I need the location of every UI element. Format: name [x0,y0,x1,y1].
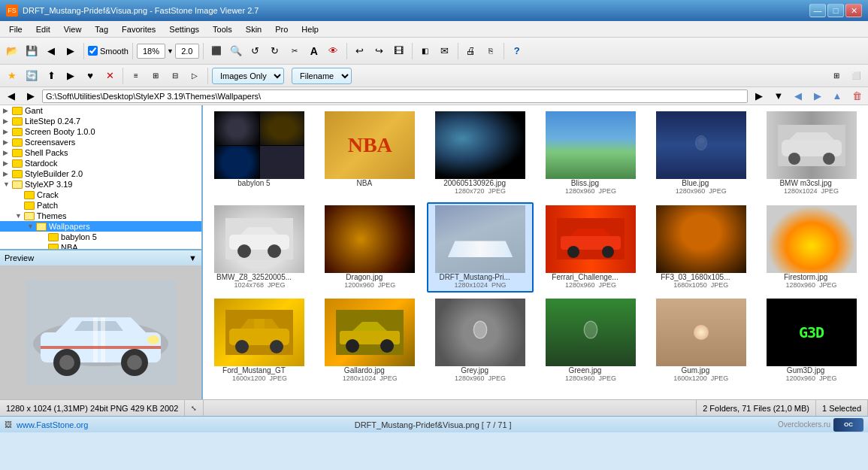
tree-item-shellpacks[interactable]: ▶ Shell Packs [0,147,201,158]
thumb-ferrari[interactable]: Ferrari_Challenge... 1280x960 JPEG [537,202,644,293]
thumb-bmwm3[interactable]: BMW m3csl.jpg 1280x1024 JPEG [758,108,865,199]
thumb-firestorm[interactable]: Firestorm.jpg 1280x960 JPEG [758,202,865,293]
menu-help[interactable]: Help [295,23,325,35]
next-folder-button[interactable]: ▶ [62,42,80,60]
thumb-grey[interactable]: Grey.jpg 1280x960 JPEG [427,296,534,387]
svg-point-41 [473,322,487,339]
tree-item-crack[interactable]: Crack [0,190,201,200]
save-button[interactable]: 💾 [23,42,41,60]
back-button[interactable]: ◀ [3,88,20,105]
svg-point-23 [237,244,251,258]
redeye-button[interactable]: 👁 [325,42,343,60]
compare-button[interactable]: ◧ [416,42,434,60]
film-button[interactable]: 🎞 [390,42,408,60]
thumb-ff3[interactable]: FF3_03_1680x105... 1680x1050 JPEG [647,202,755,293]
tree-item-screenbooty[interactable]: ▶ Screen Booty 1.0.0 [0,126,201,137]
sort-dropdown[interactable]: Filename Date Size [292,68,352,84]
menu-tag[interactable]: Tag [89,23,114,35]
up-dir-button[interactable]: ⬆ [42,67,60,85]
help-button[interactable]: ? [508,42,526,60]
thumb-babylon5[interactable]: babylon 5 [206,108,313,199]
rotate-right-button[interactable]: ↻ [266,42,284,60]
text-button[interactable]: A [305,42,323,60]
menu-view[interactable]: View [58,23,88,35]
delete-button[interactable]: ✕ [101,67,119,85]
forward-nav-button[interactable]: ▶ [809,88,826,105]
expand-icon: ▶ [3,128,12,135]
tree-item-stylexp[interactable]: ▼ StyleXP 3.19 [0,179,201,190]
website-link[interactable]: www.FastStone.org [17,420,88,429]
tree-item-gant[interactable]: ▶ Gant [0,105,201,116]
thumb-gallardo[interactable]: Gallardo.jpg 1280x1024 JPEG [316,296,424,387]
back-nav-button[interactable]: ◀ [790,88,806,105]
delete-nav-button[interactable]: 🗑 [848,88,865,105]
slideshow-button[interactable]: ▷ [186,67,204,85]
zoom-dropdown-icon[interactable]: ▼ [167,47,174,55]
thumb-blue[interactable]: Blue.jpg 1280x960 JPEG [647,108,755,199]
status-resize-icon: ⤡ [185,400,204,416]
thumb-abstract[interactable]: 200605130926.jpg 1280x720 JPEG [427,108,534,199]
thumb-gum[interactable]: Gum.jpg 1600x1200 JPEG [647,296,755,387]
prev-folder-button[interactable]: ◀ [42,42,60,60]
thumb-ford[interactable]: Ford_Mustang_GT 1600x1200 JPEG [206,296,313,387]
tree-item-babylon5[interactable]: babylon 5 [0,232,201,242]
thumb-nba[interactable]: NBA NBA [316,108,424,199]
zoom-step-input[interactable] [175,44,199,59]
fullscreen-toggle-button[interactable]: ⬜ [847,67,865,85]
copy-button[interactable]: ⎘ [482,42,500,60]
tree-item-screensavers[interactable]: ▶ Screensavers [0,137,201,147]
print-button[interactable]: 🖨 [462,42,480,60]
thumb-gum3d[interactable]: G3D Gum3D.jpg 1200x960 JPEG [758,296,865,387]
smooth-checkbox[interactable] [88,46,98,56]
up-nav-button[interactable]: ▲ [829,88,845,105]
detail-view-button[interactable]: ⊟ [166,67,184,85]
crop-button[interactable]: ✂ [286,42,304,60]
undo-button[interactable]: ↩ [351,42,369,60]
menu-file[interactable]: File [3,23,29,35]
add-fav-button[interactable]: ♥ [81,67,99,85]
thumb-green[interactable]: Green.jpg 1280x960 JPEG [537,296,644,387]
tree-item-nba[interactable]: NBA [0,242,201,249]
menu-settings[interactable]: Settings [163,23,205,35]
separator-6 [458,43,458,59]
preview-dropdown-btn[interactable]: ▼ [189,253,197,262]
tree-item-litestep[interactable]: ▶ LiteStep 0.24.7 [0,116,201,126]
thumb-info: 1280x960 JPEG [540,187,641,196]
fit-window-button[interactable]: ⬛ [207,42,225,60]
address-dropdown-button[interactable]: ▼ [770,88,787,105]
refresh-button[interactable]: 🔄 [23,67,41,85]
tree-item-wallpapers[interactable]: ▼ Wallpapers [0,221,201,232]
star-button[interactable]: ★ [3,67,21,85]
menu-skin[interactable]: Skin [240,23,268,35]
thumb-drft[interactable]: DRFT_Mustang-Pri... 1280x1024 PNG [427,202,534,293]
menu-pro[interactable]: Pro [269,23,294,35]
redo-button[interactable]: ↪ [370,42,389,60]
zoom-input[interactable] [137,44,165,59]
tree-item-themes[interactable]: ▼ Themes [0,211,201,221]
rotate-left-button[interactable]: ↺ [246,42,265,60]
svg-point-12 [147,335,159,344]
tree-item-patch[interactable]: Patch [0,200,201,211]
filter-dropdown[interactable]: Images Only All Files [212,68,284,84]
forward-button[interactable]: ▶ [23,88,39,105]
menu-tools[interactable]: Tools [207,23,238,35]
tree-item-stylebuilder[interactable]: ▶ StyleBuilder 2.0 [0,168,201,179]
menu-favorites[interactable]: Favorites [116,23,162,35]
thumb-bmwz8[interactable]: BMW_Z8_32520005... 1024x768 JPEG [206,202,313,293]
actual-size-button[interactable]: 🔍 [227,42,245,60]
thumb-dragon[interactable]: Dragon.jpg 1200x960 JPEG [316,202,424,293]
address-input[interactable] [42,89,748,103]
minimize-button[interactable]: — [809,4,826,17]
email-button[interactable]: ✉ [436,42,454,60]
go-button[interactable]: ▶ [62,67,80,85]
toggle-tree-button[interactable]: ⊞ [827,67,845,85]
menu-edit[interactable]: Edit [30,23,56,35]
go-to-button[interactable]: ▶ [751,88,767,105]
close-button[interactable]: ✕ [845,4,862,17]
maximize-button[interactable]: □ [827,4,844,17]
tree-item-stardock[interactable]: ▶ Stardock [0,158,201,168]
thumb-bliss[interactable]: Bliss.jpg 1280x960 JPEG [537,108,644,199]
open-folder-button[interactable]: 📂 [3,42,21,60]
list-view-button[interactable]: ≡ [127,67,145,85]
grid-view-button[interactable]: ⊞ [147,67,165,85]
